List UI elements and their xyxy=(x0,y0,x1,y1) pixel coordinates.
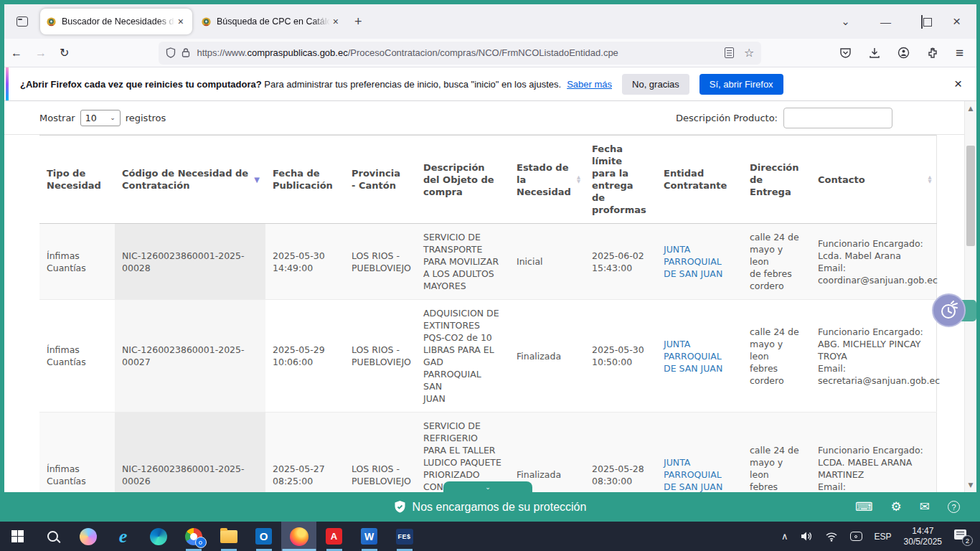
decline-button[interactable]: No, gracias xyxy=(622,74,689,95)
sort-both-icon[interactable]: ▲▼ xyxy=(577,175,580,184)
taskbar-chrome-button[interactable] xyxy=(176,522,211,551)
taskbar-firefox-button[interactable] xyxy=(281,522,316,551)
cell-codigo: NIC-1260023860001-2025-00027 xyxy=(115,300,265,413)
cell-fecha-publicacion: 2025-05-29 10:06:00 xyxy=(265,300,344,413)
product-filter-input[interactable] xyxy=(783,108,892,128)
learn-more-link[interactable]: Saber más xyxy=(567,79,612,90)
taskbar-search-button[interactable] xyxy=(35,522,70,551)
col-contacto[interactable]: Contacto▲▼ xyxy=(811,136,936,224)
col-codigo-necesidad[interactable]: Código de Necesidad de Contratación▼ xyxy=(115,136,265,224)
col-descripcion-objeto[interactable]: Descripción del Objeto de compra xyxy=(416,136,509,224)
sort-desc-icon[interactable]: ▼ xyxy=(254,176,260,184)
scroll-down-icon[interactable]: ▼ xyxy=(965,479,976,491)
cell-codigo: NIC-1260023860001-2025-00028 xyxy=(115,224,265,300)
records-label: registros xyxy=(126,113,166,123)
help-icon[interactable]: ? xyxy=(948,501,960,513)
firefox-icon xyxy=(290,527,308,546)
maximize-restore-button[interactable] xyxy=(917,14,927,29)
list-tabs-button[interactable]: ⌄ xyxy=(837,14,854,29)
col-provincia-canton[interactable]: Provincia - Cantón xyxy=(344,136,416,224)
col-fecha-limite[interactable]: Fecha límite para la entrega de proforma… xyxy=(585,136,656,224)
reload-button[interactable]: ↻ xyxy=(53,44,75,61)
meet-now-icon[interactable] xyxy=(850,532,862,541)
cell-codigo: NIC-1260023860001-2025-00026 xyxy=(115,413,265,493)
scrollbar-thumb[interactable] xyxy=(966,146,975,246)
cell-entidad: JUNTA PARROQUIAL DE SAN JUAN xyxy=(656,224,743,300)
scroll-up-icon[interactable]: ▲ xyxy=(965,103,976,114)
tab-buscador-necesidades[interactable]: Buscador de Necesidades de Co × xyxy=(40,9,192,34)
col-estado-necesidad[interactable]: Estado de la Necesidad▲▼ xyxy=(509,136,585,224)
taskbar-clock[interactable]: 14:4730/5/2025 xyxy=(904,526,942,547)
accept-open-firefox-button[interactable]: Sí, abrir Firefox xyxy=(699,74,783,95)
sort-both-icon[interactable]: ▲▼ xyxy=(928,175,932,184)
taskbar-word-button[interactable]: W xyxy=(352,522,387,551)
col-tipo-necesidad[interactable]: Tipo de Necesidad xyxy=(39,136,115,224)
cell-fecha-limite: 2025-06-02 15:43:00 xyxy=(585,224,656,300)
start-button[interactable] xyxy=(0,522,35,551)
acrobat-icon: A xyxy=(326,528,342,545)
cell-direccion: calle 24 de mayo y leon febres cordero xyxy=(743,413,811,493)
protection-bar-collapse-tab[interactable]: ⌄ xyxy=(443,481,532,492)
shield-permissions-icon[interactable] xyxy=(166,47,176,58)
tab-strip: Buscador de Necesidades de Co × Búsqueda… xyxy=(4,4,976,39)
downloads-icon[interactable] xyxy=(869,47,880,59)
lock-icon[interactable] xyxy=(182,47,190,58)
show-label: Mostrar xyxy=(39,113,75,123)
entidad-link[interactable]: JUNTA PARROQUIAL DE SAN JUAN xyxy=(664,244,722,279)
col-direccion-entrega[interactable]: Dirección de Entrega xyxy=(743,136,811,224)
taskbar-acrobat-button[interactable]: A xyxy=(316,522,352,551)
cell-provincia: LOS RIOS - PUEBLOVIEJO xyxy=(344,224,416,300)
pocket-icon[interactable] xyxy=(839,47,852,59)
extensions-puzzle-icon[interactable] xyxy=(927,47,938,59)
account-icon[interactable] xyxy=(897,47,910,59)
tab-close-icon[interactable]: × xyxy=(175,15,187,28)
taskbar-fes-button[interactable]: FE$ xyxy=(387,522,422,551)
entidad-link[interactable]: JUNTA PARROQUIAL DE SAN JUAN xyxy=(664,339,722,374)
screen: Buscador de Necesidades de Co × Búsqueda… xyxy=(0,0,980,551)
taskbar-outlook-button[interactable]: O xyxy=(246,522,281,551)
forward-button[interactable]: → xyxy=(29,45,53,61)
col-entidad-contratante[interactable]: Entidad Contratante xyxy=(656,136,743,224)
wifi-icon[interactable] xyxy=(825,532,838,542)
firefox-view-icon xyxy=(17,17,28,27)
firefox-view-button[interactable] xyxy=(11,11,33,32)
virtual-keyboard-icon[interactable]: ⌨ xyxy=(855,499,873,514)
cell-direccion: calle 24 de mayo y leon de febres corder… xyxy=(743,224,811,300)
menu-hamburger-icon[interactable]: ≡ xyxy=(956,45,963,61)
hidden-icons-chevron[interactable]: ∧ xyxy=(781,531,788,542)
window-close-button[interactable]: × xyxy=(948,12,965,31)
url-bar[interactable]: https://www.compraspublicas.gob.ec/Proce… xyxy=(159,42,761,65)
action-center-button[interactable]: 2 xyxy=(954,529,971,544)
feedback-envelope-icon[interactable]: ✉ xyxy=(920,499,930,514)
notification-close-icon[interactable]: × xyxy=(954,76,962,92)
page-size-value: 10 xyxy=(85,113,97,123)
reader-mode-icon[interactable] xyxy=(725,47,734,58)
tab-busqueda-cpc[interactable]: Búsqueda de CPC en Catálogo E × xyxy=(195,9,347,34)
settings-gear-icon[interactable]: ⚙ xyxy=(891,499,902,514)
shield-check-icon xyxy=(394,500,406,514)
page-size-select[interactable]: 10 ⌄ xyxy=(80,110,121,126)
protected-browser-frame: Buscador de Necesidades de Co × Búsqueda… xyxy=(0,0,980,522)
col-fecha-publicacion[interactable]: Fecha de Publicación xyxy=(265,136,344,224)
taskbar-edge-button[interactable] xyxy=(141,522,176,551)
language-indicator[interactable]: ESP xyxy=(875,532,892,542)
cell-tipo: Ínfimas Cuantías xyxy=(39,224,115,300)
volume-icon[interactable] xyxy=(801,531,813,542)
chrome-icon xyxy=(185,528,202,545)
cell-contacto: Funcionario Encargado: Lcda. Mabel Arana… xyxy=(811,224,936,300)
timer-clock-icon[interactable] xyxy=(932,293,966,327)
url-text: https://www.compraspublicas.gob.ec/Proce… xyxy=(197,47,725,58)
minimize-button[interactable]: — xyxy=(876,14,895,29)
new-tab-button[interactable]: + xyxy=(347,13,369,31)
necesidades-table: Tipo de Necesidad Código de Necesidad de… xyxy=(39,135,937,492)
cell-entidad: JUNTA PARROQUIAL DE SAN JUAN xyxy=(656,300,743,413)
taskbar-copilot-button[interactable] xyxy=(70,522,105,551)
floating-timer-widget[interactable] xyxy=(932,293,976,328)
fes-app-icon: FE$ xyxy=(396,529,413,545)
bookmark-star-icon[interactable]: ☆ xyxy=(744,46,754,60)
taskbar-file-explorer-button[interactable] xyxy=(211,522,246,551)
taskbar-internet-explorer-button[interactable]: e xyxy=(105,522,141,551)
tab-close-icon[interactable]: × xyxy=(330,15,341,28)
back-button[interactable]: ← xyxy=(4,45,29,61)
entidad-link[interactable]: JUNTA PARROQUIAL DE SAN JUAN xyxy=(664,457,722,492)
